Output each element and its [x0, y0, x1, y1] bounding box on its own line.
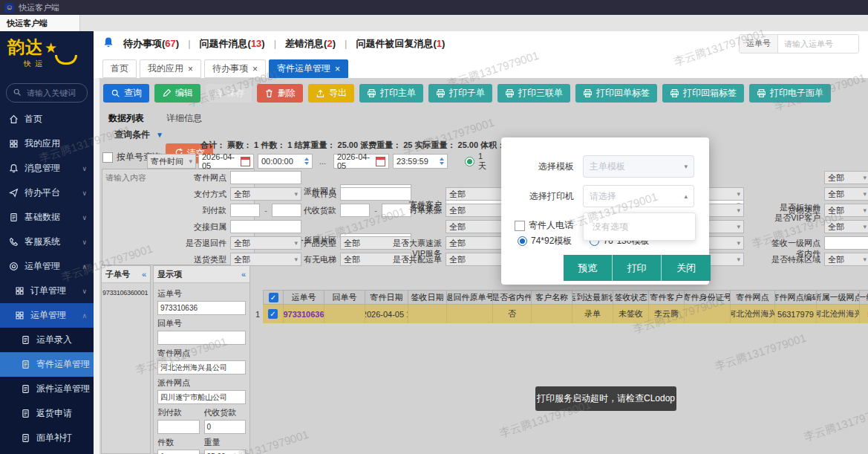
- checkbox-box[interactable]: [102, 152, 113, 163]
- close-icon[interactable]: ×: [188, 64, 193, 74]
- sidebar-item-send-waybill-mgmt[interactable]: 寄件运单管理: [0, 352, 94, 377]
- field-取件员[interactable]: [340, 187, 411, 201]
- print-e-waybill-button[interactable]: 打印电子面单: [749, 84, 831, 103]
- field-签收一级网点[interactable]: [824, 236, 868, 250]
- notice-1[interactable]: 问题件消息(13): [200, 37, 265, 51]
- field-是否VIP客户[interactable]: 全部▾: [824, 171, 868, 184]
- column-header[interactable]: 客户名称: [532, 290, 572, 305]
- radio-74x92[interactable]: 74*92模板: [518, 235, 572, 247]
- export-button[interactable]: 导出: [308, 84, 354, 103]
- sidebar-item-delivery-waybill-mgmt[interactable]: 派件运单管理: [0, 377, 94, 401]
- row-checkbox[interactable]: ✓: [268, 309, 278, 319]
- select-all-checkbox[interactable]: ✓: [269, 293, 278, 302]
- sidebar-item-return-request[interactable]: 返货申请: [0, 401, 94, 426]
- column-header[interactable]: 是否省内件: [493, 290, 532, 305]
- field-交接归属[interactable]: [230, 220, 301, 233]
- field-货物类型[interactable]: 全部▾: [824, 204, 868, 217]
- sidebar-item-waybill-mgmt[interactable]: 运单管理∧: [0, 254, 94, 279]
- field-寄件网点[interactable]: [230, 171, 301, 184]
- sidebar-search-input[interactable]: [25, 88, 81, 98]
- sender-phone-checkbox[interactable]: 寄件人电话: [515, 219, 589, 232]
- app-window: ☺ 快运客户端 快运客户端 韵达★ 快运 首页我的应用消息管理∨待办平台∨基础数…: [0, 0, 868, 454]
- tab-待办事项[interactable]: 待办事项×: [204, 59, 266, 78]
- query-form: 寄件网点派件网点寄件客户▾是否VIP客户全部▾支付方式全部▾取件员签收状态全部▾…: [94, 170, 868, 265]
- column-header[interactable]: 签收状态: [613, 290, 649, 305]
- printer-icon: [583, 88, 593, 98]
- radio-icon[interactable]: [465, 157, 474, 166]
- print-sub-button[interactable]: 打印子单: [428, 84, 492, 103]
- delete-button[interactable]: 删除: [257, 84, 303, 103]
- edit-button[interactable]: 编辑: [154, 84, 200, 103]
- sidebar-item-base-data[interactable]: 基础数据∨: [0, 205, 94, 230]
- collapse-left-icon[interactable]: «: [241, 270, 246, 279]
- printer-select[interactable]: 请选择▴: [583, 185, 694, 207]
- radio-icon[interactable]: [518, 236, 527, 246]
- sidebar-item-message-mgmt[interactable]: 消息管理∨: [0, 156, 94, 181]
- sidebar-item-my-apps[interactable]: 我的应用: [0, 132, 94, 156]
- column-header[interactable]: 货运到达最新状态: [572, 290, 613, 305]
- print-return-box-label-button[interactable]: 打印回箱标签: [662, 84, 744, 103]
- notice-2[interactable]: 差错消息(2): [285, 37, 336, 51]
- column-header[interactable]: 所属一级网点编码: [860, 290, 868, 305]
- waybill-search-input[interactable]: [778, 35, 858, 53]
- print-return-label-button[interactable]: 打印回单标签: [575, 84, 657, 103]
- column-header[interactable]: 寄件客户: [649, 290, 685, 305]
- column-header[interactable]: 所属一级网点: [817, 290, 860, 305]
- column-header[interactable]: 寄件身份证号: [685, 290, 731, 305]
- dialog-button-关闭[interactable]: 关闭: [662, 255, 711, 281]
- notice-3[interactable]: 问题件被回复消息(1): [356, 37, 445, 51]
- dialog-button-预览[interactable]: 预览: [564, 255, 613, 281]
- view-tab-数据列表[interactable]: 数据列表: [108, 112, 144, 125]
- time-field-select[interactable]: 寄件时间▾: [147, 154, 196, 169]
- checkbox-box[interactable]: [515, 221, 525, 231]
- collapse-left-icon[interactable]: «: [142, 270, 146, 279]
- time-spinner-icon[interactable]: [304, 158, 309, 165]
- dialog-button-打印[interactable]: 打印: [613, 255, 662, 281]
- time-spinner-icon[interactable]: [440, 158, 444, 165]
- column-header[interactable]: 退回件原单号: [447, 290, 493, 305]
- window-title: 快运客户端: [19, 2, 59, 13]
- print-triple-button[interactable]: 打印三联单: [497, 84, 570, 103]
- template-select[interactable]: 主单模板▾: [583, 155, 694, 178]
- close-icon[interactable]: ×: [252, 64, 258, 74]
- sidebar-item-waybill-entry[interactable]: 运单录入: [0, 328, 94, 352]
- close-icon[interactable]: ×: [335, 64, 340, 74]
- tab-首页[interactable]: 首页: [102, 59, 137, 78]
- column-header[interactable]: 寄件网点编码: [775, 290, 817, 305]
- to-time-input[interactable]: 23:59:59: [393, 154, 448, 169]
- tab-我的应用[interactable]: 我的应用×: [140, 59, 201, 78]
- chevron-down-icon: ▾: [863, 256, 867, 263]
- print-master-button[interactable]: 打印主单: [359, 84, 423, 103]
- field-是否折扣件[interactable]: 全部▾: [824, 187, 868, 201]
- sidebar-item-customer-service[interactable]: 客服系统∨: [0, 230, 94, 254]
- sidebar-item-waybill-mgmt-sub[interactable]: 运单管理∧: [0, 303, 94, 328]
- tab-寄件运单管理[interactable]: 寄件运单管理×: [269, 59, 348, 78]
- window-tab[interactable]: 快运客户端: [0, 15, 80, 31]
- sidebar-item-sheet-reprint[interactable]: 面单补打: [0, 426, 94, 450]
- sidebar-item-todo-platform[interactable]: 待办平台∨: [0, 181, 94, 205]
- sidebar-item-order-mgmt[interactable]: 订单管理∨: [0, 279, 94, 303]
- cell: 56317979: [775, 305, 817, 323]
- sidebar-item-home[interactable]: 首页: [0, 107, 94, 132]
- range-min-input[interactable]: [230, 204, 260, 217]
- one-day-radio[interactable]: 1天: [465, 154, 486, 169]
- range-min-input[interactable]: [340, 204, 370, 217]
- column-header[interactable]: 寄件日期: [365, 290, 408, 305]
- sidebar-item-receipt-print[interactable]: 签收单打印: [0, 450, 94, 454]
- to-date-input[interactable]: 2026-04-05: [333, 154, 389, 169]
- collapse-triangle-icon[interactable]: ▼: [156, 131, 163, 139]
- query-button[interactable]: 查询: [103, 84, 149, 103]
- waybill-table: ✓运单号回单号寄件日期签收日期退回件原单号是否省内件客户名称货运到达最新状态签收…: [252, 290, 868, 454]
- view-tab-详细信息[interactable]: 详细信息: [166, 112, 202, 125]
- field-省内件[interactable]: 全部▾: [824, 220, 868, 233]
- column-header[interactable]: 回单号: [324, 290, 365, 305]
- notice-0[interactable]: 待办事项(67): [123, 37, 179, 51]
- sidebar: 韵达★ 快运 首页我的应用消息管理∨待办平台∨基础数据∨客服系统∨运单管理∧订单…: [0, 31, 94, 454]
- from-date-input[interactable]: 2026-04-05: [198, 154, 254, 169]
- column-header[interactable]: 寄件网点: [731, 290, 775, 305]
- table-row[interactable]: 1✓9733106362026-04-05 1否录单未签收李云腾河北沧州海兴56…: [252, 305, 868, 323]
- save-button[interactable]: 保存: [206, 84, 252, 103]
- from-time-input[interactable]: 00:00:00: [258, 154, 313, 169]
- column-header[interactable]: 签收日期: [408, 290, 447, 305]
- column-header[interactable]: 运单号: [284, 290, 324, 305]
